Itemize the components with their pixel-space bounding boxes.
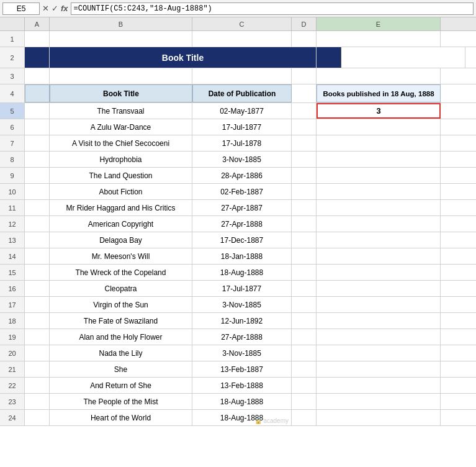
cell-e7[interactable] <box>317 135 441 151</box>
cell-b6[interactable]: A Zulu War-Dance <box>50 119 192 135</box>
cell-e15[interactable] <box>317 265 441 280</box>
cell-d23[interactable] <box>292 394 317 409</box>
cell-c8[interactable]: 3-Nov-1885 <box>192 152 292 167</box>
col-header-e[interactable]: E <box>317 17 441 30</box>
cell-d20[interactable] <box>292 345 317 361</box>
cell-d17[interactable] <box>292 297 317 312</box>
cell-c16[interactable]: 17-Jul-1877 <box>192 281 292 296</box>
cell-d24[interactable] <box>292 410 317 425</box>
cell-e19[interactable] <box>317 329 441 345</box>
cell-c4-header[interactable]: Date of Publication <box>192 84 292 102</box>
col-header-a[interactable]: A <box>25 17 50 30</box>
cell-b14[interactable]: Mr. Meeson's Will <box>50 248 192 264</box>
cell-b17[interactable]: Virgin of the Sun <box>50 297 192 312</box>
cell-a18[interactable] <box>25 313 50 329</box>
cell-b9[interactable]: The Land Question <box>50 168 192 183</box>
cell-c21[interactable]: 13-Feb-1887 <box>192 361 292 377</box>
confirm-icon[interactable]: ✓ <box>52 4 58 13</box>
cell-e6[interactable] <box>317 119 441 135</box>
cell-e8[interactable] <box>317 152 441 167</box>
cell-c14[interactable]: 18-Jan-1888 <box>192 248 292 264</box>
cell-d1[interactable] <box>292 31 317 47</box>
cell-b18[interactable]: The Fate of Swaziland <box>50 313 192 329</box>
cell-c1[interactable] <box>192 31 292 47</box>
cell-a12[interactable] <box>25 216 50 232</box>
cell-e14[interactable] <box>317 248 441 264</box>
cell-d13[interactable] <box>292 232 317 248</box>
cell-d10[interactable] <box>292 184 317 199</box>
cell-a7[interactable] <box>25 135 50 151</box>
cell-c10[interactable]: 02-Feb-1887 <box>192 184 292 199</box>
cell-b10[interactable]: About Fiction <box>50 184 192 199</box>
cell-e9[interactable] <box>317 168 441 183</box>
cell-a9[interactable] <box>25 168 50 183</box>
cell-e22[interactable] <box>317 378 441 393</box>
cell-b22[interactable]: And Return of She <box>50 378 192 393</box>
cell-a22[interactable] <box>25 378 50 393</box>
cell-a19[interactable] <box>25 329 50 345</box>
cell-b24[interactable]: Heart of the World <box>50 410 192 425</box>
cell-e5-value[interactable]: 3 <box>317 103 441 119</box>
cell-a8[interactable] <box>25 152 50 167</box>
cell-c5[interactable]: 02-May-1877 <box>192 103 292 119</box>
cell-b13[interactable]: Delagoa Bay <box>50 232 192 248</box>
cell-e17[interactable] <box>317 297 441 312</box>
cell-a13[interactable] <box>25 232 50 248</box>
cell-d22[interactable] <box>292 378 317 393</box>
cell-a17[interactable] <box>25 297 50 312</box>
cell-a3[interactable] <box>25 68 50 84</box>
cell-d15[interactable] <box>292 265 317 280</box>
cell-a6[interactable] <box>25 119 50 135</box>
cell-d19[interactable] <box>292 329 317 345</box>
cell-b7[interactable]: A Visit to the Chief Secocoeni <box>50 135 192 151</box>
cell-b20[interactable]: Nada the Lily <box>50 345 192 361</box>
cell-d7[interactable] <box>292 135 317 151</box>
cell-c23[interactable]: 18-Aug-1888 <box>192 394 292 409</box>
col-header-b[interactable]: B <box>50 17 192 30</box>
cell-e12[interactable] <box>317 216 441 232</box>
cell-c24[interactable]: 18-Aug-1888 🔒 academy <box>192 410 292 425</box>
col-header-d[interactable]: D <box>292 17 317 30</box>
cell-d12[interactable] <box>292 216 317 232</box>
cell-d4[interactable] <box>292 84 317 102</box>
cell-c11[interactable]: 27-Apr-1887 <box>192 200 292 215</box>
cell-a14[interactable] <box>25 248 50 264</box>
cell-d5[interactable] <box>292 103 317 119</box>
cell-a5[interactable] <box>25 103 50 119</box>
cell-d8[interactable] <box>292 152 317 167</box>
cell-b5[interactable]: The Transvaal <box>50 103 192 119</box>
cell-e2[interactable] <box>341 47 465 68</box>
cell-b19[interactable]: Alan and the Holy Flower <box>50 329 192 345</box>
cell-a15[interactable] <box>25 265 50 280</box>
cell-c9[interactable]: 28-Apr-1886 <box>192 168 292 183</box>
cell-c3[interactable] <box>192 68 292 84</box>
cell-c15[interactable]: 18-Aug-1888 <box>192 265 292 280</box>
cell-b16[interactable]: Cleopatra <box>50 281 192 296</box>
cell-c19[interactable]: 27-Apr-1888 <box>192 329 292 345</box>
cell-e24[interactable] <box>317 410 441 425</box>
cancel-icon[interactable]: ✕ <box>42 4 49 13</box>
cell-d16[interactable] <box>292 281 317 296</box>
cell-c12[interactable]: 27-Apr-1888 <box>192 216 292 232</box>
cell-d9[interactable] <box>292 168 317 183</box>
cell-d21[interactable] <box>292 361 317 377</box>
cell-e23[interactable] <box>317 394 441 409</box>
cell-e11[interactable] <box>317 200 441 215</box>
cell-e18[interactable] <box>317 313 441 329</box>
cell-e16[interactable] <box>317 281 441 296</box>
cell-c13[interactable]: 17-Dec-1887 <box>192 232 292 248</box>
cell-a4[interactable] <box>25 84 50 102</box>
cell-b1[interactable] <box>50 31 192 47</box>
cell-c6[interactable]: 17-Jul-1877 <box>192 119 292 135</box>
cell-e10[interactable] <box>317 184 441 199</box>
cell-b4-header[interactable]: Book Title <box>50 84 192 102</box>
cell-c17[interactable]: 3-Nov-1885 <box>192 297 292 312</box>
cell-d2[interactable] <box>317 47 341 68</box>
cell-d18[interactable] <box>292 313 317 329</box>
cell-b21[interactable]: She <box>50 361 192 377</box>
cell-a24[interactable] <box>25 410 50 425</box>
cell-c7[interactable]: 17-Jul-1878 <box>192 135 292 151</box>
cell-e13[interactable] <box>317 232 441 248</box>
cell-a2[interactable] <box>25 47 50 68</box>
cell-e1[interactable] <box>317 31 441 47</box>
